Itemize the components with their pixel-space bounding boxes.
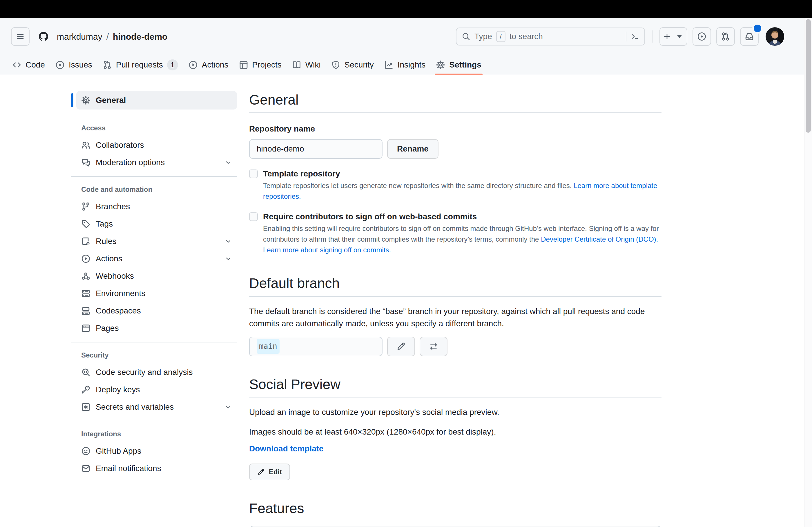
- sidebar-item-pages[interactable]: Pages: [76, 320, 237, 337]
- default-branch-description: The default branch is considered the “ba…: [249, 305, 646, 330]
- edit-default-branch-button[interactable]: [387, 337, 415, 356]
- download-template-link[interactable]: Download template: [249, 443, 324, 455]
- chevron-down-icon: [224, 159, 232, 166]
- top-letterbox-bar: [0, 0, 812, 18]
- breadcrumb: markdumay / hinode-demo: [57, 30, 167, 43]
- dco-link[interactable]: Developer Certificate of Origin (DCO).: [541, 235, 658, 243]
- github-logo-icon[interactable]: [39, 32, 48, 41]
- edit-social-preview-button[interactable]: Edit: [249, 464, 290, 480]
- pull-request-icon: [721, 32, 730, 41]
- avatar-image: [766, 27, 784, 46]
- user-avatar[interactable]: [766, 27, 784, 46]
- header-divider: [652, 30, 652, 43]
- signoff-description: Enabling this setting will require contr…: [263, 223, 660, 255]
- features-title: Features: [249, 499, 662, 517]
- default-branch-input[interactable]: main: [249, 337, 382, 356]
- server-icon: [81, 289, 90, 298]
- arrow-switch-icon: [429, 342, 438, 351]
- social-preview-upload-text: Upload an image to customize your reposi…: [249, 406, 646, 418]
- issue-opened-icon: [55, 60, 65, 70]
- settings-content: General Repository name Rename Template …: [249, 91, 662, 527]
- sidebar-divider: [71, 115, 237, 115]
- global-bar: markdumay / hinode-demo Type / to search: [0, 18, 812, 55]
- hamburger-icon: [16, 32, 25, 41]
- sidebar-item-collaborators[interactable]: Collaborators: [76, 137, 237, 153]
- codespaces-icon: [81, 306, 90, 316]
- sidebar-item-actions[interactable]: Actions: [76, 250, 237, 267]
- sidebar-item-code-security[interactable]: Code security and analysis: [76, 364, 237, 381]
- sidebar-item-environments[interactable]: Environments: [76, 285, 237, 302]
- issue-opened-icon: [697, 32, 707, 41]
- code-icon: [12, 60, 21, 70]
- signoff-checkbox[interactable]: [249, 212, 258, 221]
- sidebar-item-codespaces[interactable]: Codespaces: [76, 302, 237, 319]
- signoff-learn-more-link[interactable]: Learn more about signing off on commits.: [263, 246, 391, 254]
- page-scrollbar[interactable]: [804, 18, 812, 527]
- search-icon: [462, 32, 470, 41]
- sidebar-item-github-apps[interactable]: GitHub Apps: [76, 443, 237, 460]
- app-header: markdumay / hinode-demo Type / to search: [0, 18, 812, 75]
- template-repository-description: Template repositories let users generate…: [263, 180, 660, 202]
- search-placeholder-prefix: Type: [475, 30, 492, 43]
- sidebar-divider: [71, 421, 237, 421]
- command-palette-icon[interactable]: [630, 32, 639, 41]
- sidebar-item-branches[interactable]: Branches: [76, 198, 237, 215]
- breadcrumb-owner-link[interactable]: markdumay: [57, 30, 102, 43]
- sidebar-item-rules[interactable]: Rules: [76, 233, 237, 250]
- default-branch-value: main: [257, 339, 279, 354]
- tab-actions[interactable]: Actions: [183, 55, 234, 75]
- tab-security[interactable]: Security: [326, 55, 379, 75]
- breadcrumb-separator: /: [106, 30, 109, 43]
- play-circle-icon: [188, 60, 198, 70]
- sidebar-section-access: Access: [71, 121, 237, 137]
- slash-key-hint: /: [496, 31, 506, 42]
- mail-icon: [81, 464, 90, 473]
- asterisk-box-icon: [81, 403, 90, 412]
- rename-button[interactable]: Rename: [387, 139, 438, 159]
- webhook-icon: [81, 271, 90, 281]
- social-preview-size-text: Images should be at least 640×320px (128…: [249, 426, 662, 438]
- sidebar-item-secrets-variables[interactable]: Secrets and variables: [76, 398, 237, 416]
- signoff-label: Require contributors to sign off on web-…: [263, 211, 660, 223]
- breadcrumb-repo-link[interactable]: hinode-demo: [113, 30, 167, 43]
- plus-icon: [663, 32, 671, 41]
- pull-requests-global-button[interactable]: [716, 27, 735, 46]
- create-new-button[interactable]: [659, 27, 687, 46]
- tab-issues[interactable]: Issues: [50, 55, 98, 75]
- sidebar-item-email-notifications[interactable]: Email notifications: [76, 460, 237, 477]
- template-repository-checkbox[interactable]: [249, 169, 258, 178]
- sidebar-item-webhooks[interactable]: Webhooks: [76, 268, 237, 285]
- sidebar-item-general[interactable]: General: [76, 91, 237, 109]
- caret-down-icon: [675, 32, 684, 41]
- repository-name-label: Repository name: [249, 123, 662, 135]
- chevron-down-icon: [224, 403, 232, 411]
- tab-projects[interactable]: Projects: [234, 55, 287, 75]
- tab-wiki[interactable]: Wiki: [287, 55, 326, 75]
- sidebar-item-deploy-keys[interactable]: Deploy keys: [76, 381, 237, 398]
- sidebar-item-moderation-options[interactable]: Moderation options: [76, 154, 237, 171]
- social-preview-title: Social Preview: [249, 375, 662, 397]
- search-divider: [626, 32, 626, 42]
- graph-icon: [384, 60, 393, 70]
- gear-icon: [81, 95, 90, 105]
- hamburger-menu-button[interactable]: [11, 27, 30, 46]
- chevron-down-icon: [224, 255, 232, 262]
- repository-name-input[interactable]: [249, 139, 382, 159]
- global-search-input[interactable]: Type / to search: [456, 28, 645, 45]
- issues-global-button[interactable]: [693, 27, 711, 46]
- scrollbar-thumb[interactable]: [806, 19, 811, 133]
- tab-code[interactable]: Code: [7, 55, 50, 75]
- settings-layout: General Access Collaborators Moderation …: [0, 75, 812, 527]
- sidebar-section-security: Security: [71, 348, 237, 364]
- chevron-down-icon: [224, 238, 232, 245]
- sidebar-item-tags[interactable]: Tags: [76, 215, 237, 232]
- features-box: Wikis Wikis host documentation for your …: [249, 526, 662, 527]
- tag-icon: [81, 219, 90, 229]
- tab-insights[interactable]: Insights: [379, 55, 431, 75]
- switch-default-branch-button[interactable]: [420, 337, 448, 356]
- tab-pull-requests[interactable]: Pull requests 1: [98, 55, 183, 75]
- template-repository-row: Template repository Template repositorie…: [249, 168, 662, 202]
- tab-settings[interactable]: Settings: [431, 55, 486, 75]
- default-branch-title: Default branch: [249, 274, 662, 296]
- repo-push-icon: [81, 237, 90, 246]
